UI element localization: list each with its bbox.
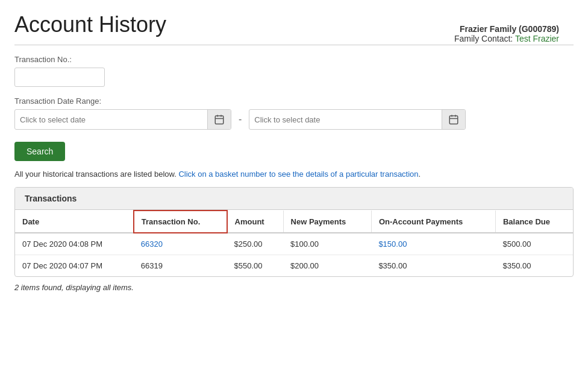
col-new-payments: New Payments (283, 211, 371, 233)
basket-link-info[interactable]: Click on a basket number to see the deta… (178, 170, 418, 179)
calendar-end-icon (448, 114, 459, 125)
svg-rect-4 (450, 116, 458, 124)
family-contact-link[interactable]: Test Frazier (515, 34, 559, 43)
date-range-section: Transaction Date Range: - (14, 97, 574, 130)
table-header-row: Date Transaction No. Amount New Payments… (15, 211, 573, 233)
date-start-calendar-button[interactable] (207, 110, 231, 129)
table-row: 07 Dec 2020 04:08 PM66320$250.00$100.00$… (15, 233, 573, 255)
family-contact-label: Family Contact: (454, 34, 513, 43)
date-range-label: Transaction Date Range: (14, 97, 574, 106)
transaction-no-input[interactable] (14, 68, 105, 87)
info-text-before: All your historical transactions are lis… (14, 170, 177, 179)
cell-new-payments: $100.00 (283, 233, 371, 255)
header-info: Frazier Family (G000789) Family Contact:… (454, 24, 559, 43)
cell-amount: $250.00 (227, 233, 284, 255)
date-start-input[interactable] (15, 112, 207, 128)
cell-on-account: $150.00 (371, 233, 495, 255)
family-contact: Family Contact: Test Frazier (454, 34, 559, 43)
col-date: Date (15, 211, 134, 233)
info-text: All your historical transactions are lis… (14, 170, 574, 179)
cell-transaction-no: 66319 (134, 255, 227, 277)
cell-new-payments: $200.00 (283, 255, 371, 277)
calendar-start-icon (214, 114, 225, 125)
cell-balance-due: $500.00 (495, 233, 573, 255)
family-name: Frazier Family (G000789) (454, 24, 559, 34)
svg-rect-0 (215, 116, 224, 124)
cell-date: 07 Dec 2020 04:07 PM (15, 255, 134, 277)
col-on-account: On-Account Payments (371, 211, 495, 233)
on-account-link[interactable]: $150.00 (378, 239, 407, 249)
transactions-table: Date Transaction No. Amount New Payments… (15, 210, 573, 276)
search-button[interactable]: Search (14, 142, 65, 161)
col-transaction-no: Transaction No. (134, 211, 227, 233)
date-end-input[interactable] (249, 112, 442, 128)
date-range-row: - (14, 109, 574, 130)
transactions-table-container: Transactions Date Transaction No. Amount… (14, 187, 574, 277)
transaction-no-section: Transaction No.: (14, 55, 574, 87)
cell-transaction-no[interactable]: 66320 (134, 233, 227, 255)
footer-items-found: 2 items found, displaying all items. (14, 283, 134, 292)
table-section-title: Transactions (15, 188, 573, 210)
date-start-wrapper (14, 109, 231, 130)
transaction-no-label: Transaction No.: (14, 55, 574, 64)
footer-text: 2 items found, displaying all items. (14, 283, 574, 292)
cell-balance-due: $350.00 (495, 255, 573, 277)
transaction-no-link[interactable]: 66320 (141, 239, 163, 249)
date-separator: - (236, 114, 244, 125)
header-divider (14, 45, 574, 45)
info-text-after: . (419, 170, 421, 179)
date-end-wrapper (249, 109, 466, 130)
table-row: 07 Dec 2020 04:07 PM66319$550.00$200.00$… (15, 255, 573, 277)
date-end-calendar-button[interactable] (442, 110, 465, 129)
cell-date: 07 Dec 2020 04:08 PM (15, 233, 134, 255)
cell-amount: $550.00 (227, 255, 284, 277)
col-amount: Amount (227, 211, 284, 233)
cell-on-account: $350.00 (371, 255, 495, 277)
col-balance-due: Balance Due (495, 211, 573, 233)
